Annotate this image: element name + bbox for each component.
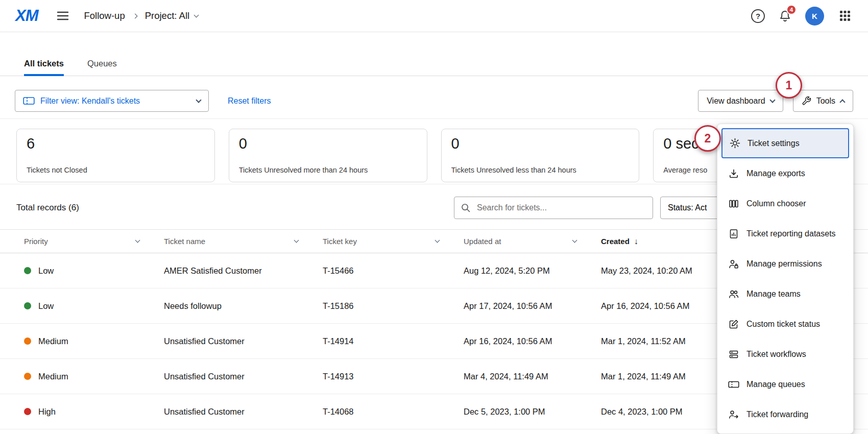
- priority-label: Medium: [38, 372, 68, 381]
- xm-logo: XM: [15, 7, 38, 25]
- chevron-down-icon: [135, 238, 140, 243]
- chevron-down-icon: [294, 238, 299, 243]
- ticket-icon: [23, 97, 35, 105]
- chevron-down-icon: [194, 12, 199, 17]
- search-box: [454, 197, 653, 219]
- ticket-name-cell: Unsatisfied Customer: [164, 372, 323, 381]
- tab-queues[interactable]: Queues: [87, 59, 117, 76]
- menu-item-ticket-settings[interactable]: Ticket settings: [721, 128, 849, 158]
- menu-item-manage-queues[interactable]: Manage queues: [721, 369, 849, 399]
- column-header-priority[interactable]: Priority: [24, 237, 164, 246]
- view-dashboard-button[interactable]: View dashboard: [698, 90, 783, 112]
- priority-cell: High: [24, 407, 164, 417]
- search-input[interactable]: [476, 203, 646, 213]
- tools-button[interactable]: Tools: [793, 90, 853, 112]
- chevron-down-icon: [769, 97, 775, 103]
- menu-item-label: Manage teams: [746, 290, 801, 299]
- reset-filters-link[interactable]: Reset filters: [228, 97, 271, 106]
- priority-label: Low: [38, 266, 54, 276]
- menu-item-manage-exports[interactable]: Manage exports: [721, 158, 849, 188]
- ticket-name-cell: AMER Satisfied Customer: [164, 266, 323, 276]
- updated-at-cell: Aug 12, 2024, 5:20 PM: [464, 266, 601, 276]
- breadcrumb-separator-icon: [132, 13, 137, 18]
- menu-item-ticket-reporting-datasets[interactable]: Ticket reporting datasets: [721, 219, 849, 249]
- annotation-step-2: 2: [694, 125, 721, 152]
- stat-value: 6: [27, 135, 205, 152]
- priority-dot: [24, 373, 31, 380]
- ticket-key-cell: T-14914: [323, 336, 464, 346]
- column-label: Created: [601, 237, 630, 246]
- menu-item-label: Custom ticket status: [746, 320, 820, 329]
- columns-icon: [728, 199, 740, 209]
- menu-item-label: Ticket forwarding: [746, 410, 808, 419]
- priority-dot: [24, 337, 31, 345]
- gear-icon: [729, 138, 741, 149]
- priority-cell: Medium: [24, 372, 164, 381]
- ticket-name-cell: Needs followup: [164, 301, 323, 311]
- stat-card-unresolved-less-24h: 0 Tickets Unresolved less than 24 hours: [441, 129, 640, 182]
- column-label: Updated at: [464, 237, 501, 246]
- stat-value: 0: [451, 135, 630, 152]
- person-arrow-icon: [728, 409, 740, 420]
- priority-label: High: [38, 407, 56, 417]
- filter-view-dropdown[interactable]: Filter view: Kendall's tickets: [15, 90, 209, 112]
- avatar-initial: K: [812, 12, 817, 20]
- edit-icon: [728, 319, 740, 329]
- topbar: XM Follow-up Project: All ? 4 K: [0, 0, 868, 32]
- tab-bar: All tickets Queues: [0, 59, 868, 76]
- ticket-icon: [728, 380, 740, 389]
- column-header-updated-at[interactable]: Updated at: [464, 237, 601, 246]
- status-filter-label: Status: Act: [668, 203, 707, 212]
- menu-item-custom-ticket-status[interactable]: Custom ticket status: [721, 309, 849, 339]
- stat-card-unresolved-more-24h: 0 Tickets Unresolved more than 24 hours: [229, 129, 427, 182]
- menu-item-ticket-workflows[interactable]: Ticket workflows: [721, 339, 849, 369]
- section-divider: [0, 118, 868, 119]
- notifications-button[interactable]: 4: [778, 9, 792, 23]
- tools-label: Tools: [816, 97, 835, 106]
- updated-at-cell: Dec 5, 2023, 1:00 PM: [464, 407, 601, 417]
- stat-value: 0: [239, 135, 417, 152]
- menu-item-manage-permissions[interactable]: Manage permissions: [721, 249, 849, 279]
- ticket-key-cell: T-14068: [323, 407, 464, 417]
- column-label: Priority: [24, 237, 48, 246]
- priority-label: Medium: [38, 336, 68, 346]
- breadcrumb-section[interactable]: Follow-up: [84, 10, 125, 21]
- menu-item-column-chooser[interactable]: Column chooser: [721, 188, 849, 219]
- wrench-icon: [802, 96, 811, 106]
- menu-item-label: Ticket settings: [748, 139, 800, 148]
- breadcrumb: Follow-up Project: All: [84, 10, 199, 21]
- menu-item-label: Column chooser: [746, 199, 806, 208]
- download-icon: [728, 168, 740, 179]
- updated-at-cell: Mar 4, 2024, 11:49 AM: [464, 372, 601, 381]
- tools-menu: Ticket settings Manage exports Column ch…: [717, 124, 854, 434]
- toolbar-right-buttons: View dashboard Tools: [698, 90, 853, 112]
- stat-label: Tickets Unresolved less than 24 hours: [451, 166, 630, 174]
- column-header-ticket-name[interactable]: Ticket name: [164, 237, 323, 246]
- menu-item-label: Ticket reporting datasets: [746, 229, 836, 238]
- app-grid-icon[interactable]: [837, 8, 853, 23]
- help-icon[interactable]: ?: [751, 9, 765, 23]
- menu-item-ticket-forwarding[interactable]: Ticket forwarding: [721, 399, 849, 429]
- menu-item-manage-teams[interactable]: Manage teams: [721, 279, 849, 309]
- ticket-key-cell: T-15466: [323, 266, 464, 276]
- stat-label: Tickets Unresolved more than 24 hours: [239, 166, 417, 174]
- filter-view-label: Filter view: Kendall's tickets: [40, 97, 140, 106]
- column-label: Ticket key: [323, 237, 357, 246]
- menu-item-label: Ticket workflows: [746, 350, 806, 359]
- priority-dot: [24, 302, 31, 309]
- breadcrumb-project-label: Project: All: [145, 10, 189, 21]
- report-chart-icon: [728, 229, 740, 239]
- avatar[interactable]: K: [805, 7, 824, 26]
- hamburger-menu-icon[interactable]: [55, 9, 71, 23]
- priority-label: Low: [38, 301, 54, 311]
- priority-cell: Medium: [24, 336, 164, 346]
- topbar-actions: ? 4 K: [751, 7, 853, 26]
- chevron-down-icon: [435, 238, 440, 243]
- chevron-down-icon: [572, 238, 577, 243]
- column-header-ticket-key[interactable]: Ticket key: [323, 237, 464, 246]
- updated-at-cell: Apr 17, 2024, 10:56 AM: [464, 301, 601, 311]
- sort-desc-icon: ↓: [634, 237, 638, 246]
- tab-all-tickets[interactable]: All tickets: [24, 59, 64, 76]
- search-icon: [461, 203, 471, 213]
- breadcrumb-project-dropdown[interactable]: Project: All: [145, 10, 198, 21]
